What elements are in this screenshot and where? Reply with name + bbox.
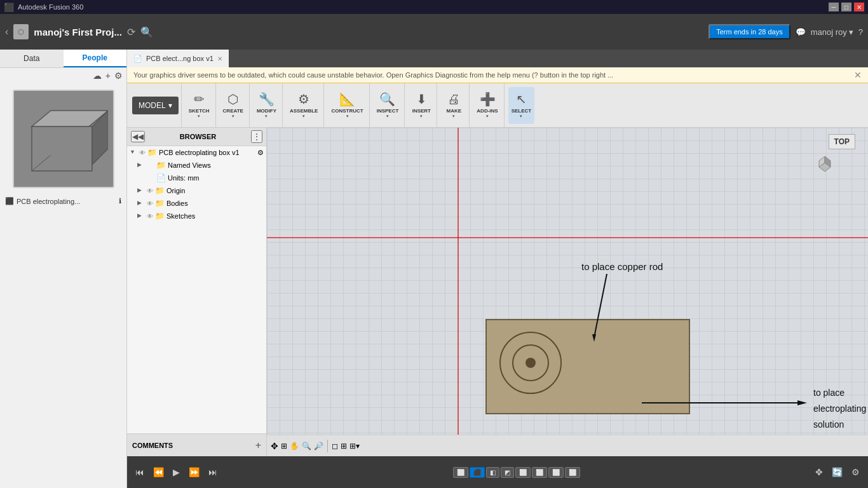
view-shaded-button[interactable]: ◧ [486,467,499,478]
modify-icon: 🔧 [259,92,275,107]
zoom-button[interactable]: 🔍 [302,442,311,451]
inspect-button[interactable]: 🔍 INSPECT ▾ [374,87,402,124]
browser-collapse-button[interactable]: ◀◀ [131,131,145,142]
end-button[interactable]: ⏭ [205,466,220,478]
browser-item-units[interactable]: 📄 Units: mm [127,172,266,184]
refresh-button[interactable]: ⟳ [127,26,135,38]
tab-label: PCB elect...ng box v1 [146,55,214,62]
grid-button[interactable]: ⊞ [341,442,347,451]
root-toggle-icon[interactable]: ▼ [130,149,137,156]
browser-root-item[interactable]: ▼ 👁 📁 PCB electroplating box v1 ⚙ [127,146,266,159]
canvas-area[interactable]: TOP [267,128,868,456]
annotation-solution-line3: solution [813,417,866,433]
annotation-copper-rod: to place copper rod [581,261,663,272]
settings-button[interactable]: ⚙ [114,71,123,81]
pan-tool-button[interactable]: ✋ [290,442,299,451]
maximize-button[interactable]: □ [841,3,851,11]
modify-button[interactable]: 🔧 MODIFY ▾ [254,87,280,124]
bodies-eye-icon[interactable]: 👁 [147,200,153,207]
insert-icon: ⬇ [416,92,427,107]
browser-item-named-views[interactable]: ▶ 📁 Named Views [127,159,266,172]
annotation-arrow-2 [642,396,807,409]
close-button[interactable]: ✕ [854,3,864,11]
chat-button[interactable]: 💬 [796,27,806,37]
back-button[interactable]: ‹ [5,26,8,37]
timeline-settings-button[interactable]: ⚙ [848,466,863,478]
pan-button[interactable]: 🔄 [829,466,846,478]
origin-eye-icon[interactable]: 👁 [147,187,153,194]
sketch-button[interactable]: ✏ SKETCH ▾ [186,87,213,124]
window-controls: ─ □ ✕ [829,3,864,11]
insert-button[interactable]: ⬇ INSERT ▾ [409,87,434,124]
view-mode1-button[interactable]: ⬜ [515,467,531,478]
active-tab[interactable]: 📄 PCB elect...ng box v1 ✕ [127,50,229,67]
origin-toggle[interactable]: ▶ [137,187,145,194]
zoom-in-button[interactable]: 🔎 [314,442,323,451]
grid-options-button[interactable]: ⊞▾ [349,442,360,451]
browser-menu-button[interactable]: ⋮ [251,130,262,143]
tab-close-button[interactable]: ✕ [217,55,222,62]
root-gear-icon[interactable]: ⚙ [257,149,264,157]
svg-marker-14 [797,400,807,405]
add-comment-button[interactable]: + [255,440,261,451]
view-shaded2-button[interactable]: ◩ [501,467,514,478]
minimize-button[interactable]: ─ [829,3,839,11]
sketches-toggle[interactable]: ▶ [137,212,145,220]
thumbnail [13,90,114,188]
cube-nav-widget[interactable] [814,153,833,172]
next-frame-button[interactable]: ⏩ [186,466,203,478]
new-item-button[interactable]: + [105,71,111,81]
browser-item-origin[interactable]: ▶ 👁 📁 Origin [127,184,266,197]
orbit-button[interactable]: ✥ [812,466,826,478]
app-icon: ⬛ [4,3,14,12]
named-views-folder-icon: 📁 [156,161,166,170]
units-label: Units: mm [168,174,264,182]
info-icon[interactable]: ℹ [119,197,121,205]
create-button[interactable]: ⬡ CREATE ▾ [220,87,247,124]
units-doc-icon: 📄 [156,173,166,182]
zoom-fit-button[interactable]: ⊞ [281,442,287,451]
rewind-button[interactable]: ⏮ [132,466,147,478]
vertical-guideline [458,128,459,456]
sketch-group: ✏ SKETCH ▾ [183,83,216,127]
tab-people[interactable]: People [64,50,127,67]
user-button[interactable]: manoj roy ▾ [811,27,853,37]
root-eye-icon[interactable]: 👁 [139,149,146,156]
model-button[interactable]: MODEL ▾ [132,97,179,114]
named-views-toggle[interactable]: ▶ [137,161,145,169]
term-badge[interactable]: Term ends in 28 days [709,24,790,39]
svg-marker-12 [592,334,596,342]
addins-button[interactable]: ➕ ADD-INS ▾ [473,87,501,124]
create-group: ⬡ CREATE ▾ [217,83,250,127]
project-icon: ⬡ [13,24,29,39]
app: ‹ ⬡ manoj's First Proj... ⟳ 🔍 Term ends … [0,14,868,488]
view-mode4-button[interactable]: ⬜ [565,467,580,478]
prev-frame-button[interactable]: ⏪ [150,466,167,478]
help-button[interactable]: ? [858,27,863,37]
make-button[interactable]: 🖨 MAKE ▾ [441,87,466,124]
view-mode3-button[interactable]: ⬜ [548,467,564,478]
svg-point-10 [526,358,536,368]
construct-icon: 📐 [339,92,355,107]
thumbnail-text: PCB electroplating... [17,198,80,205]
view-wireframe-button[interactable]: ⬛ [470,467,485,478]
view-mode2-button[interactable]: ⬜ [532,467,547,478]
warning-close-button[interactable]: ✕ [854,70,862,80]
search-button[interactable]: 🔍 [140,26,153,38]
construct-button[interactable]: 📐 CONSTRUCT ▾ [328,87,366,124]
model-label: MODEL [139,101,166,110]
browser-item-sketches[interactable]: ▶ 👁 📁 Sketches [127,210,266,222]
bottom-timeline-toolbar: ⏮ ⏪ ▶ ⏩ ⏭ ⬜ ⬛ ◧ ◩ ⬜ ⬜ ⬜ ⬜ ✥ [127,456,868,488]
move-tool-button[interactable]: ✥ [271,441,278,451]
browser-item-bodies[interactable]: ▶ 👁 📁 Bodies [127,197,266,210]
play-button[interactable]: ▶ [170,466,183,478]
cloud-add-button[interactable]: ☁ [93,71,102,81]
tab-data[interactable]: Data [0,50,64,67]
sketches-eye-icon[interactable]: 👁 [147,213,153,220]
assemble-button[interactable]: ⚙ ASSEMBLE ▾ [287,87,321,124]
select-button[interactable]: ↖ SELECT ▾ [508,87,535,124]
view-solid-button[interactable]: ⬜ [453,467,468,478]
browser-tree: ▼ 👁 📁 PCB electroplating box v1 ⚙ ▶ 📁 Na… [127,146,266,433]
view-mode-button[interactable]: ◻ [332,442,338,451]
bodies-toggle[interactable]: ▶ [137,200,145,207]
